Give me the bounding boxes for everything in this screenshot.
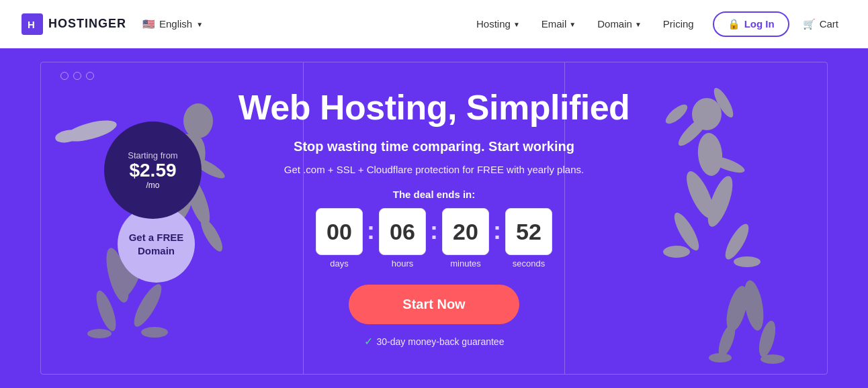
countdown-days: 00 days: [316, 208, 363, 269]
countdown-timer: 00 days : 06 hours : 20 minutes : 52 sec…: [238, 208, 630, 269]
right-athlete-figure: [653, 48, 828, 388]
cart-icon: 🛒: [803, 18, 816, 30]
svg-point-28: [703, 173, 738, 230]
free-domain-line2: Domain: [138, 244, 175, 258]
hosting-chevron-icon: ▼: [513, 21, 520, 28]
svg-point-24: [663, 101, 691, 127]
minutes-box: 20: [442, 208, 489, 255]
logo-text: HOSTINGER: [48, 17, 126, 31]
per-mo-label: /mo: [146, 181, 159, 190]
price-value: $2.59: [129, 160, 176, 181]
svg-point-34: [722, 284, 751, 334]
svg-point-31: [734, 256, 761, 267]
dot-3: [86, 72, 94, 80]
svg-point-17: [93, 289, 120, 334]
countdown-hours: 06 hours: [379, 208, 426, 269]
nav-domain[interactable]: Domain ▼: [589, 13, 650, 35]
guarantee-label: 30-day money-back guarantee: [377, 336, 505, 347]
login-button[interactable]: 🔒 Log In: [713, 11, 789, 37]
hero-main-content: Web Hosting, Simplified Stop wasting tim…: [238, 62, 630, 375]
domain-chevron-icon: ▼: [635, 21, 642, 28]
svg-point-26: [681, 168, 719, 222]
svg-point-3: [54, 128, 81, 144]
logo[interactable]: H HOSTINGER: [21, 13, 126, 35]
lock-icon: 🔒: [728, 18, 740, 30]
seconds-label: seconds: [513, 258, 545, 269]
lang-chevron-icon: ▼: [196, 21, 203, 28]
starting-from-label: Starting from: [128, 150, 177, 160]
separator-3: :: [493, 217, 501, 245]
flag-icon: 🇺🇸: [142, 18, 155, 30]
hours-box: 06: [379, 208, 426, 255]
svg-point-27: [670, 209, 703, 253]
svg-point-33: [756, 319, 779, 358]
svg-point-18: [141, 327, 168, 338]
dot-1: [60, 72, 69, 80]
days-label: days: [330, 258, 348, 269]
svg-point-19: [87, 329, 112, 338]
deal-label: The deal ends in:: [238, 189, 630, 200]
svg-point-15: [129, 281, 166, 330]
svg-point-32: [741, 279, 767, 332]
countdown-minutes: 20 minutes: [442, 208, 489, 269]
days-box: 00: [316, 208, 363, 255]
nav-links: Hosting ▼ Email ▼ Domain ▼ Pricing 🔒 Log…: [468, 11, 847, 37]
svg-text:H: H: [28, 19, 35, 30]
separator-1: :: [367, 217, 375, 245]
logo-icon: H: [21, 13, 43, 35]
minutes-label: minutes: [450, 258, 481, 269]
dots-decoration: [60, 72, 94, 80]
pricing-bubble: Starting from $2.59 /mo Get a FREE Domai…: [104, 122, 202, 283]
checkmark-icon: ✓: [364, 335, 373, 348]
nav-pricing[interactable]: Pricing: [655, 13, 702, 35]
seconds-box: 52: [505, 208, 552, 255]
hero-section: Starting from $2.59 /mo Get a FREE Domai…: [0, 48, 868, 388]
dot-2: [73, 72, 81, 80]
svg-point-37: [709, 353, 732, 362]
separator-2: :: [430, 217, 438, 245]
email-chevron-icon: ▼: [569, 21, 576, 28]
language-selector[interactable]: 🇺🇸 English ▼: [142, 18, 203, 30]
svg-point-30: [663, 246, 690, 258]
svg-point-25: [707, 153, 746, 176]
svg-point-29: [721, 221, 752, 262]
nav-email[interactable]: Email ▼: [533, 13, 584, 35]
svg-point-23: [675, 112, 711, 149]
price-bubble-dark: Starting from $2.59 /mo: [104, 122, 202, 219]
hours-label: hours: [392, 258, 414, 269]
svg-point-35: [715, 322, 739, 358]
nav-hosting[interactable]: Hosting ▼: [468, 13, 528, 35]
svg-point-36: [761, 354, 785, 364]
svg-point-20: [692, 98, 722, 130]
lang-label: English: [159, 18, 192, 30]
svg-point-22: [696, 132, 724, 177]
hero-title: Web Hosting, Simplified: [238, 89, 630, 127]
free-domain-line1: Get a FREE: [129, 231, 184, 244]
start-now-button[interactable]: Start Now: [349, 285, 519, 324]
hero-subtitle: Stop wasting time comparing. Start worki…: [238, 139, 630, 154]
svg-point-21: [711, 85, 737, 119]
athlete-right-svg: [653, 64, 828, 373]
navbar: H HOSTINGER 🇺🇸 English ▼ Hosting ▼ Email…: [0, 0, 868, 48]
cart-button[interactable]: 🛒 Cart: [795, 13, 847, 36]
hero-description: Get .com + SSL + Cloudflare protection f…: [238, 164, 630, 175]
countdown-seconds: 52 seconds: [505, 208, 552, 269]
guarantee-text: ✓ 30-day money-back guarantee: [238, 335, 630, 348]
